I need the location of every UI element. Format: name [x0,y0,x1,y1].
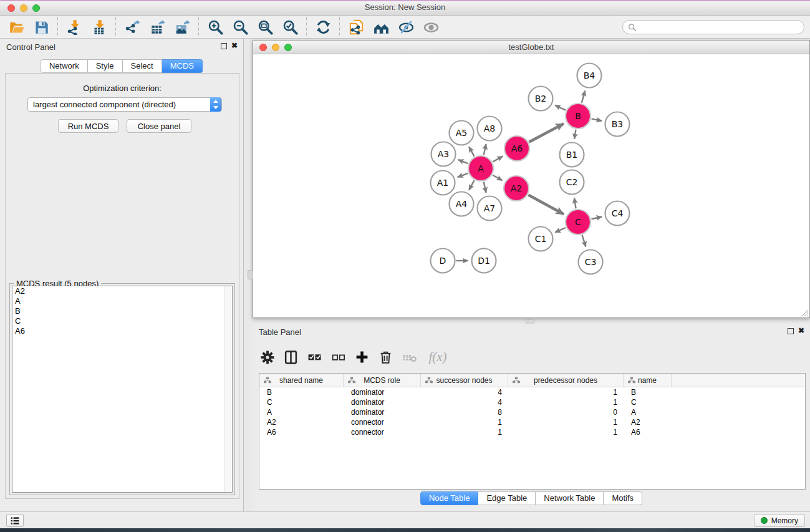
show-all-icon[interactable] [422,17,440,36]
zoom-fit-icon[interactable] [256,17,274,36]
table-row-A6[interactable]: A6connector11A6 [259,427,805,437]
cell[interactable]: B [624,387,672,397]
delete-column-icon[interactable] [401,349,417,365]
cell[interactable]: A [259,407,344,417]
node-A2[interactable]: A2 [504,176,529,201]
open-session-icon[interactable] [7,17,26,36]
zoom-out-icon[interactable] [231,17,249,36]
split-handle-vertical[interactable] [248,270,253,279]
result-item[interactable]: A2 [12,286,232,296]
window-resize-grip[interactable] [801,309,809,317]
table-settings-icon[interactable] [259,349,275,365]
column-header-name[interactable]: name [624,374,672,387]
column-header-MCDS-role[interactable]: MCDS role [344,374,421,387]
tab-style[interactable]: Style [88,59,123,73]
cell[interactable]: 8 [421,407,508,417]
node-A3[interactable]: A3 [432,142,456,167]
node-C3[interactable]: C3 [579,250,603,274]
cell[interactable]: connector [344,427,421,437]
cell[interactable]: A6 [259,427,344,437]
table-row-B[interactable]: Bdominator41B [259,387,805,397]
float-table-panel-icon[interactable] [788,328,794,334]
save-session-icon[interactable] [32,17,51,36]
node-B1[interactable]: B1 [560,143,584,167]
table-row-C[interactable]: Cdominator41C [259,397,805,407]
import-table-icon[interactable] [90,17,108,36]
node-C1[interactable]: C1 [529,227,553,251]
delete-entry-icon[interactable] [377,349,393,365]
new-network-from-selection-icon[interactable] [347,17,365,36]
result-item[interactable]: A6 [12,326,232,336]
tab-network-table[interactable]: Network Table [536,491,604,505]
node-C4[interactable]: C4 [605,201,630,226]
cell[interactable]: 1 [508,387,624,397]
node-B4[interactable]: B4 [577,64,602,88]
table-row-A2[interactable]: A2connector11A2 [259,417,805,427]
cell[interactable]: 1 [508,397,624,407]
choose-columns-icon[interactable] [282,349,299,365]
node-D1[interactable]: D1 [472,249,496,273]
cell[interactable]: A2 [259,417,344,427]
network-window-titlebar[interactable]: testGlobe.txt [253,41,809,54]
tab-mcds[interactable]: MCDS [162,59,203,73]
node-C2[interactable]: C2 [560,170,584,195]
apply-function-icon[interactable]: f(x) [425,349,451,365]
export-table-icon[interactable] [148,17,166,36]
node-A7[interactable]: A7 [478,196,502,221]
node-D[interactable]: D [431,249,455,273]
hide-selected-icon[interactable] [397,17,415,36]
result-item[interactable]: C [12,316,232,326]
add-entry-icon[interactable] [354,349,370,365]
cell[interactable]: connector [344,417,421,427]
network-canvas[interactable]: B4B2BB3A8A5A6A3B1AA1C2A2A4A7C4CC1DD1C3 [253,54,809,317]
cell[interactable]: 4 [421,397,508,407]
run-mcds-button[interactable]: Run MCDS [58,119,118,133]
result-scrollbar[interactable] [224,286,232,492]
refresh-icon[interactable] [314,17,332,36]
cell[interactable]: 1 [508,417,624,427]
close-panel-button[interactable]: Close panel [127,119,191,133]
zoom-selected-icon[interactable] [281,17,299,36]
search-box[interactable] [622,20,804,34]
cell[interactable]: A [624,407,672,417]
export-image-icon[interactable] [173,17,191,36]
select-all-icon[interactable] [306,349,322,365]
cell[interactable]: dominator [344,407,421,417]
node-A1[interactable]: A1 [431,171,455,195]
cell[interactable]: A2 [624,417,672,427]
column-header-predecessor-nodes[interactable]: predecessor nodes [508,374,624,387]
cell[interactable]: 4 [421,387,508,397]
mcds-result-list[interactable]: A2ABCA6 [12,286,233,493]
node-A[interactable]: A [468,156,493,181]
cell[interactable]: 1 [508,427,624,437]
column-header-shared-name[interactable]: shared name [259,374,344,387]
node-B[interactable]: B [566,104,591,128]
tab-motifs[interactable]: Motifs [604,491,642,505]
cell[interactable]: C [624,397,672,407]
cell[interactable]: C [259,397,344,407]
node-A5[interactable]: A5 [450,121,474,145]
criterion-dropdown[interactable]: largest connected component (directed) [27,97,222,112]
table-row-A[interactable]: Adominator80A [259,407,805,417]
node-A8[interactable]: A8 [478,117,502,141]
tab-edge-table[interactable]: Edge Table [478,491,536,505]
import-network-icon[interactable] [65,17,84,36]
node-C[interactable]: C [566,210,591,235]
cell[interactable]: dominator [344,387,421,397]
cell[interactable]: B [259,387,344,397]
node-A6[interactable]: A6 [504,136,529,161]
cell[interactable]: dominator [344,397,421,407]
result-item[interactable]: B [12,306,232,316]
first-neighbors-icon[interactable] [372,17,390,36]
node-B3[interactable]: B3 [605,112,630,137]
tab-node-table[interactable]: Node Table [420,491,479,505]
tab-network[interactable]: Network [41,59,88,73]
close-table-panel-icon[interactable]: ✖ [798,326,804,335]
node-A4[interactable]: A4 [450,192,474,216]
result-item[interactable]: A [12,296,232,306]
export-network-icon[interactable] [123,17,142,36]
node-B2[interactable]: B2 [529,87,553,111]
zoom-in-icon[interactable] [206,17,224,36]
tab-select[interactable]: Select [123,59,162,73]
cell[interactable]: A6 [624,427,672,437]
